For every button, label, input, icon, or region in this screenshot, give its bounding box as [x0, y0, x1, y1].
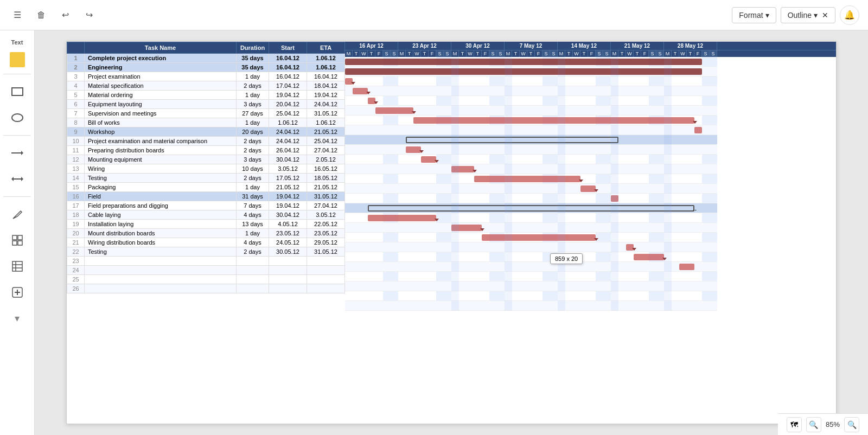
day-cell: T	[618, 50, 626, 57]
task-duration	[237, 275, 269, 284]
chart-row	[345, 194, 717, 203]
task-name: Material specification	[85, 81, 237, 91]
resize-handle-icon[interactable]: ↔	[692, 207, 698, 213]
gantt-bar	[345, 59, 702, 65]
notification-button[interactable]: 🔔	[840, 5, 859, 25]
text-tool-button[interactable]: Text	[7, 37, 28, 48]
task-name: Mount distribution boards	[85, 229, 237, 238]
sidebar: Text ▾	[0, 30, 35, 435]
table-row: 15 Packaging 1 day 21.05.12 21.05.12	[67, 183, 345, 192]
task-name: Preparing distribution boards	[85, 146, 237, 155]
topbar: ☰ 🗑 ↩ ↪ Format ▾ Outline ▾ ✕ 🔔	[0, 0, 868, 30]
task-duration: 4 days	[237, 210, 269, 220]
day-cell: M	[558, 50, 565, 57]
delete-button[interactable]: 🗑	[33, 7, 50, 24]
outline-close-icon[interactable]: ✕	[822, 11, 828, 20]
redo-button[interactable]: ↪	[80, 7, 98, 24]
arrow-right-tool-button[interactable]	[7, 142, 28, 164]
chart-row	[345, 96, 717, 106]
task-name: Testing	[85, 247, 237, 257]
task-id: 3	[67, 72, 85, 81]
day-cell: S	[391, 50, 398, 57]
sticky-note-button[interactable]	[10, 52, 25, 67]
svg-point-1	[12, 114, 23, 121]
task-id: 1	[67, 54, 85, 63]
bar-notch-icon	[366, 92, 371, 94]
gantt-days-row: MTWTFSSMTWTFSSMTWTFSSMTWTFSSMTWTFSSMTWTF…	[345, 50, 836, 57]
zoom-out-button[interactable]: 🔍	[806, 417, 821, 432]
task-id: 21	[67, 238, 85, 247]
bar-notch-icon	[579, 180, 583, 182]
gantt-bar	[406, 137, 618, 143]
task-eta: 2.05.12	[307, 155, 345, 164]
day-cell: T	[368, 50, 375, 57]
content-area: Task Name Duration Start ETA 1 Complete …	[35, 30, 868, 435]
table-row: 22 Testing 2 days 30.05.12 31.05.12	[67, 247, 345, 257]
task-start	[269, 284, 307, 293]
gantt-bar	[368, 215, 436, 221]
task-id: 12	[67, 155, 85, 164]
task-id: 14	[67, 174, 85, 183]
day-cell: F	[429, 50, 436, 57]
day-cell: S	[497, 50, 505, 57]
task-id: 13	[67, 164, 85, 174]
gantt-bar[interactable]: ↔	[368, 205, 694, 212]
outline-button[interactable]: Outline ▾ ✕	[781, 7, 835, 23]
widget-tool-button[interactable]	[7, 229, 28, 251]
task-eta: 31.05.12	[307, 109, 345, 118]
menu-button[interactable]: ☰	[9, 7, 26, 24]
arrow-both-tool-button[interactable]	[7, 168, 28, 190]
svg-rect-10	[18, 241, 22, 245]
task-duration: 2 days	[237, 146, 269, 155]
gantt-bar	[406, 146, 421, 153]
chart-row	[345, 262, 717, 272]
day-cell: T	[527, 50, 535, 57]
map-button[interactable]: 🗺	[787, 417, 802, 432]
task-start: 30.05.12	[269, 247, 307, 257]
task-start	[269, 266, 307, 275]
task-eta	[307, 266, 345, 275]
gantt-table: Task Name Duration Start ETA 1 Complete …	[67, 42, 836, 311]
task-eta: 27.04.12	[307, 146, 345, 155]
task-name: Equipment layouting	[85, 100, 237, 109]
bar-notch-icon	[662, 258, 667, 260]
day-cell: T	[634, 50, 641, 57]
outline-chevron-icon: ▾	[814, 11, 818, 20]
insert-tool-button[interactable]	[7, 282, 28, 303]
task-id: 23	[67, 257, 85, 266]
task-start: 24.04.12	[269, 137, 307, 146]
task-duration: 1 day	[237, 91, 269, 100]
undo-button[interactable]: ↩	[56, 7, 74, 24]
task-eta: 23.05.12	[307, 229, 345, 238]
gantt-bar	[345, 68, 702, 75]
pen-tool-button[interactable]	[7, 203, 28, 225]
task-name: Material ordering	[85, 91, 237, 100]
task-duration: 2 days	[237, 81, 269, 91]
day-cell: S	[656, 50, 664, 57]
task-name: Mounting equipment	[85, 155, 237, 164]
more-tools-button[interactable]: ▾	[7, 308, 28, 329]
day-cell: M	[664, 50, 672, 57]
task-name	[85, 284, 237, 293]
table-row: 12 Mounting equipment 3 days 30.04.12 2.…	[67, 155, 345, 164]
task-id: 16	[67, 192, 85, 201]
day-cell: F	[588, 50, 596, 57]
task-eta: 3.05.12	[307, 210, 345, 220]
day-cell: T	[474, 50, 482, 57]
task-duration	[237, 257, 269, 266]
task-name: Workshop	[85, 127, 237, 137]
day-cell: W	[679, 50, 687, 57]
task-name: Field	[85, 192, 237, 201]
chart-row	[345, 301, 717, 311]
zoom-in-button[interactable]: 🔍	[844, 417, 859, 432]
week-label: 16 Apr 12	[345, 42, 398, 50]
rectangle-tool-button[interactable]	[7, 81, 28, 103]
task-eta: 18.04.12	[307, 81, 345, 91]
task-id: 2	[67, 63, 85, 72]
task-duration: 7 days	[237, 201, 269, 210]
table-tool-button[interactable]	[7, 255, 28, 277]
ellipse-tool-button[interactable]	[7, 107, 28, 129]
format-button[interactable]: Format ▾	[732, 7, 776, 23]
task-duration: 2 days	[237, 247, 269, 257]
task-start: 16.04.12	[269, 54, 307, 63]
